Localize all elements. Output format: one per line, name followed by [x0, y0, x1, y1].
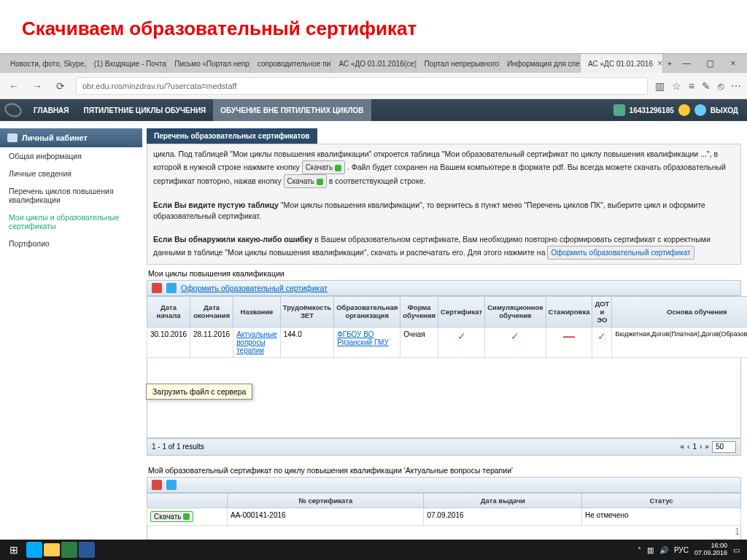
dash-icon: — — [546, 327, 592, 357]
app-header: ГЛАВНАЯ ПЯТИЛЕТНИЕ ЦИКЛЫ ОБУЧЕНИЯ ОБУЧЕН… — [0, 99, 747, 121]
pager-next[interactable]: › — [700, 443, 702, 451]
browser-tab[interactable]: Портал непрерывного — [417, 54, 499, 73]
close-button[interactable]: × — [722, 55, 744, 71]
check-icon: ✓ — [485, 327, 546, 357]
sidebar: Личный кабинет Общая информация Личные с… — [0, 121, 142, 543]
browser-tab[interactable]: Информация для спе — [500, 54, 581, 73]
check-icon: ✓ — [592, 327, 612, 357]
start-button[interactable]: ⊞ — [3, 541, 25, 559]
url-input[interactable]: obr.edu.rosminzdrav.ru/?usercata=medstaf… — [76, 77, 648, 95]
cycles-toolbar: Оформить образовательный сертификат — [147, 280, 741, 296]
col-dot[interactable]: ДОТ и ЭО — [592, 296, 612, 327]
col-cert[interactable]: Сертификат — [438, 296, 485, 327]
nav-main[interactable]: ГЛАВНАЯ — [26, 99, 77, 121]
tray-notifications-icon[interactable]: ▭ — [733, 546, 740, 554]
browser-tab[interactable]: (1) Входящие - Почта — [87, 54, 168, 73]
col-cert-status[interactable]: Статус — [582, 493, 741, 508]
browser-tab[interactable]: АС «ДО 01.01.2016(се) — [331, 54, 417, 73]
download-dot-icon — [183, 513, 190, 520]
forward-button[interactable]: → — [29, 78, 45, 94]
share-icon[interactable]: ⎋ — [718, 80, 724, 92]
sidebar-item-personal[interactable]: Личные сведения — [0, 165, 142, 182]
task-edge[interactable] — [26, 542, 42, 558]
refresh-icon[interactable] — [166, 480, 177, 490]
sidebar-item-cycles-list[interactable]: Перечень циклов повышения квалификации — [0, 182, 142, 209]
browser-tab-active[interactable]: АС «ДС 01.01.2016× — [581, 54, 663, 73]
col-basis[interactable]: Основа обучения — [612, 296, 747, 327]
clock[interactable]: 16:00 07.09.2016 — [694, 542, 727, 557]
minimize-button[interactable]: — — [676, 55, 697, 71]
favorite-icon[interactable]: ☆ — [672, 80, 681, 92]
sidebar-header: Личный кабинет — [0, 128, 142, 147]
refresh-icon[interactable] — [166, 283, 177, 293]
tool-icon[interactable] — [152, 283, 162, 293]
download-inline-button[interactable]: Скачать — [302, 160, 345, 174]
info-icon[interactable] — [694, 104, 706, 116]
sidebar-item-general[interactable]: Общая информация — [0, 147, 142, 165]
browser-tab[interactable]: Письмо «Портал непр — [167, 54, 250, 73]
tray-network-icon[interactable]: ▥ — [647, 546, 654, 554]
cert-table: № сертификата Дата выдачи Статус Скачать… — [147, 493, 741, 526]
hub-icon[interactable]: ≡ — [689, 80, 694, 92]
close-icon[interactable]: × — [657, 58, 662, 69]
task-excel[interactable] — [61, 542, 77, 558]
maximize-button[interactable]: ▢ — [699, 55, 721, 71]
more-icon[interactable]: ⋯ — [731, 80, 741, 92]
col-sim[interactable]: Симуляционное обучение — [485, 296, 546, 327]
browser-tab[interactable]: сопроводительное пи — [250, 54, 332, 73]
pager-prev[interactable]: ‹ — [687, 443, 689, 451]
col-name[interactable]: Название — [233, 296, 281, 327]
pager-results: 1 - 1 of 1 results — [152, 443, 204, 451]
help-icon[interactable] — [678, 104, 690, 116]
notes-icon[interactable]: ✎ — [702, 80, 711, 92]
tray-sound-icon[interactable]: 🔊 — [659, 546, 668, 554]
cycles-title: Мои циклы повышения квалификации — [147, 265, 741, 280]
download-dot-icon — [317, 179, 323, 185]
task-explorer[interactable] — [44, 543, 60, 556]
taskbar: ⊞ ˄ ▥ 🔊 РУС 16:00 07.09.2016 ▭ — [0, 540, 747, 560]
col-start[interactable]: Дата начала — [147, 296, 190, 327]
cycle-name-link[interactable]: Актуальные вопросы терапии — [236, 330, 277, 354]
table-row: 30.10.2016 28.11.2016 Актуальные вопросы… — [147, 327, 748, 357]
tray-up-icon[interactable]: ˄ — [638, 546, 641, 554]
col-zet[interactable]: Трудоёмкость ЗЕТ — [280, 296, 333, 327]
sidebar-item-portfolio[interactable]: Портфолио — [0, 235, 142, 252]
task-word[interactable] — [79, 542, 95, 558]
download-cert-button[interactable]: Скачать — [150, 511, 193, 522]
logout-button[interactable]: ВЫХОД — [711, 106, 738, 114]
pager-first[interactable]: « — [681, 443, 685, 451]
col-cert-date[interactable]: Дата выдачи — [424, 493, 582, 508]
col-intern[interactable]: Стажировка — [546, 296, 592, 327]
nav-outside[interactable]: ОБУЧЕНИЕ ВНЕ ПЯТИЛЕТНИХ ЦИКЛОВ — [213, 99, 371, 121]
user-icon — [614, 104, 625, 116]
download-inline-button[interactable]: Скачать — [284, 174, 327, 188]
refresh-button[interactable]: ⟳ — [53, 78, 69, 94]
create-cert-inline-button[interactable]: Оформить образовательный сертификат — [547, 246, 694, 260]
org-link[interactable]: ФГБОУ ВО Рязанский ГМУ — [337, 330, 389, 346]
nav-five-year[interactable]: ПЯТИЛЕТНИЕ ЦИКЛЫ ОБУЧЕНИЯ — [77, 99, 214, 121]
new-tab-button[interactable]: + — [663, 54, 676, 73]
reader-icon[interactable]: ▥ — [655, 80, 665, 92]
browser-chrome: Новости, фото, Skype, (1) Входящие - Поч… — [0, 53, 747, 99]
pager: 1 - 1 of 1 results « ‹ 1 › » 50 — [147, 438, 741, 456]
page-number: 1 — [735, 526, 740, 537]
back-button[interactable]: ← — [6, 78, 22, 94]
folder-icon — [7, 133, 18, 142]
sub-tab-certs[interactable]: Перечень образовательных сертификатов — [147, 128, 317, 144]
tool-icon[interactable] — [152, 480, 162, 490]
browser-tab[interactable]: Новости, фото, Skype, — [3, 54, 87, 73]
page-size-select[interactable]: 50 — [712, 441, 736, 453]
table-row: Скачать AA-000141-2016 07.09.2016 Не отм… — [147, 508, 741, 525]
col-form[interactable]: Форма обучения — [400, 296, 438, 327]
col-end[interactable]: Дата окончания — [190, 296, 233, 327]
cert-title: Мой образовательный сертификат по циклу … — [147, 462, 741, 477]
col-org[interactable]: Образовательная организация — [334, 296, 400, 327]
sidebar-item-my-cycles[interactable]: Мои циклы и образовательные сертификаты — [0, 209, 142, 235]
cert-toolbar — [147, 477, 741, 493]
col-cert-num[interactable]: № сертификата — [228, 493, 424, 508]
create-cert-link[interactable]: Оформить образовательный сертификат — [181, 284, 328, 292]
tray-lang[interactable]: РУС — [674, 546, 689, 554]
pager-last[interactable]: » — [705, 443, 709, 451]
tab-bar: Новости, фото, Skype, (1) Входящие - Поч… — [0, 54, 747, 73]
main-content: Перечень образовательных сертификатов ци… — [142, 121, 747, 543]
